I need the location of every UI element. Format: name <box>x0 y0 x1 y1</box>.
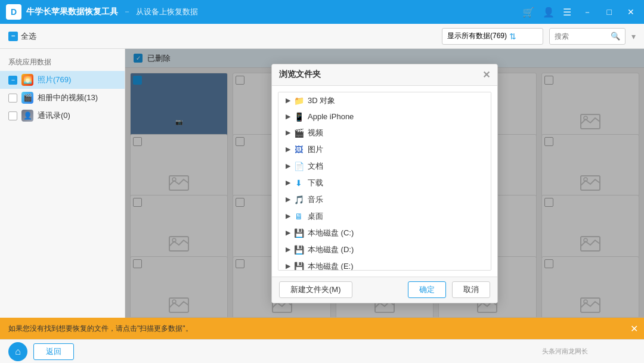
confirm-button[interactable]: 确定 <box>408 281 446 298</box>
home-button[interactable]: ⌂ <box>8 342 27 361</box>
tree-item-pictures[interactable]: ▶ 🖼 图片 <box>278 141 491 158</box>
tree-label-documents: 文档 <box>308 161 323 172</box>
watermark-text: 头条河南龙网长 <box>542 347 588 356</box>
sidebar-item-photos[interactable]: － 🌅 照片(769) <box>0 71 125 89</box>
tree-icon-3d: 📁 <box>293 96 305 106</box>
status-close-button[interactable]: ✕ <box>630 323 638 334</box>
select-all-icon: － <box>8 32 18 41</box>
tree-label-3d: 3D 对象 <box>308 95 335 106</box>
tree-item-downloads[interactable]: ▶ ⬇ 下载 <box>278 175 491 191</box>
dialog-title: 浏览文件夹 <box>279 69 321 80</box>
menu-icon[interactable]: ☰ <box>563 7 571 18</box>
user-icon[interactable]: 👤 <box>543 7 555 18</box>
tree-icon-desktop: 🖥 <box>293 212 305 221</box>
tree-label-music: 音乐 <box>308 194 323 205</box>
tree-label-video: 视频 <box>308 128 323 138</box>
tree-icon-pictures: 🖼 <box>293 145 305 154</box>
app-title: 牛学长苹果数据恢复工具 <box>26 7 118 17</box>
status-bar: 如果您没有找到想要恢复的文件，请点击"扫描更多数据"。 ✕ <box>0 318 644 339</box>
tree-arrow-documents: ▶ <box>283 162 293 170</box>
tree-icon-drive-d: 💾 <box>293 245 305 255</box>
home-icon: ⌂ <box>15 346 21 357</box>
tree-item-drive-c[interactable]: ▶ 💾 本地磁盘 (C:) <box>278 225 491 241</box>
dialog-overlay: 浏览文件夹 ✕ ▶ 📁 3D 对象 ▶ <box>125 49 644 318</box>
close-button[interactable]: ✕ <box>624 0 638 24</box>
tree-label-drive-c: 本地磁盘 (C:) <box>308 228 354 238</box>
main-layout: 系统应用数据 － 🌅 照片(769) 🎬 相册中的视频(13) 👤 通讯录(0)… <box>0 49 644 318</box>
sidebar: 系统应用数据 － 🌅 照片(769) 🎬 相册中的视频(13) 👤 通讯录(0) <box>0 49 125 318</box>
titlebar-icons: 🛒 👤 ☰ － □ ✕ <box>522 0 638 24</box>
expand-icon[interactable]: ▾ <box>631 32 636 41</box>
tree-item-video[interactable]: ▶ 🎬 视频 <box>278 125 491 141</box>
search-icon: 🔍 <box>611 32 620 41</box>
tree-label-apple-iphone: Apple iPhone <box>308 112 354 121</box>
cancel-button[interactable]: 取消 <box>452 281 490 298</box>
tree-label-drive-e: 本地磁盘 (E:) <box>308 261 354 271</box>
tree-label-pictures: 图片 <box>308 144 323 155</box>
tree-icon-documents: 📄 <box>293 162 305 171</box>
contacts-label: 通讯录(0) <box>38 110 70 121</box>
search-input[interactable] <box>555 32 608 41</box>
app-subtitle: 从设备上恢复数据 <box>136 7 198 17</box>
tree-item-apple-iphone[interactable]: ▶ 📱 Apple iPhone <box>278 109 491 125</box>
content-area: ✓ 已删除 📷 🗑 <box>125 49 644 318</box>
minimize-button[interactable]: － <box>580 0 595 24</box>
maximize-button[interactable]: □ <box>603 0 615 24</box>
tree-item-documents[interactable]: ▶ 📄 文档 <box>278 158 491 175</box>
contacts-checkbox[interactable] <box>8 111 17 120</box>
dropdown-arrow-icon: ⇅ <box>509 32 516 41</box>
contacts-icon: 👤 <box>21 110 33 122</box>
photos-label: 照片(769) <box>38 75 71 85</box>
tree-icon-drive-c: 💾 <box>293 228 305 238</box>
new-folder-button[interactable]: 新建文件夹(M) <box>279 281 352 298</box>
file-tree[interactable]: ▶ 📁 3D 对象 ▶ 📱 Apple iPhone ▶ 🎬 视频 <box>278 92 491 271</box>
browse-folder-dialog: 浏览文件夹 ✕ ▶ 📁 3D 对象 ▶ <box>271 64 498 303</box>
dialog-header: 浏览文件夹 ✕ <box>272 64 497 86</box>
tree-icon-drive-e: 💾 <box>293 262 305 271</box>
status-text: 如果您没有找到想要恢复的文件，请点击"扫描更多数据"。 <box>8 324 193 334</box>
app-logo: D <box>6 4 21 20</box>
videos-checkbox[interactable] <box>8 94 17 103</box>
dialog-close-button[interactable]: ✕ <box>482 69 490 80</box>
tree-arrow-video: ▶ <box>283 129 293 136</box>
dialog-body: ▶ 📁 3D 对象 ▶ 📱 Apple iPhone ▶ 🎬 视频 <box>272 86 497 277</box>
tree-arrow-pictures: ▶ <box>283 145 293 153</box>
toolbar: － 全选 显示所有数据(769) ⇅ 🔍 ▾ <box>0 24 644 49</box>
select-all-label: 全选 <box>21 31 36 42</box>
sidebar-item-videos[interactable]: 🎬 相册中的视频(13) <box>0 89 125 107</box>
cart-icon[interactable]: 🛒 <box>522 7 534 18</box>
data-filter-dropdown[interactable]: 显示所有数据(769) ⇅ <box>442 28 543 45</box>
videos-icon: 🎬 <box>21 92 33 104</box>
dialog-footer: 新建文件夹(M) 确定 取消 <box>272 277 497 303</box>
back-button[interactable]: 返回 <box>33 343 74 360</box>
tree-arrow-3d: ▶ <box>283 97 293 104</box>
tree-arrow-drive-c: ▶ <box>283 229 293 237</box>
tree-icon-video: 🎬 <box>293 128 305 138</box>
tree-item-drive-e[interactable]: ▶ 💾 本地磁盘 (E:) <box>278 258 491 271</box>
tree-arrow-drive-d: ▶ <box>283 246 293 253</box>
tree-label-drive-d: 本地磁盘 (D:) <box>308 244 354 255</box>
photos-icon: 🌅 <box>21 74 33 86</box>
sidebar-section-label: 系统应用数据 <box>0 55 125 71</box>
tree-item-drive-d[interactable]: ▶ 💾 本地磁盘 (D:) <box>278 241 491 258</box>
titlebar: D 牛学长苹果数据恢复工具 － 从设备上恢复数据 🛒 👤 ☰ － □ ✕ <box>0 0 644 24</box>
tree-arrow-drive-e: ▶ <box>283 262 293 270</box>
tree-item-music[interactable]: ▶ 🎵 音乐 <box>278 191 491 208</box>
tree-arrow-music: ▶ <box>283 196 293 203</box>
tree-icon-downloads: ⬇ <box>293 178 305 188</box>
tree-arrow-downloads: ▶ <box>283 179 293 187</box>
tree-icon-apple-iphone: 📱 <box>293 112 305 122</box>
dropdown-label: 显示所有数据(769) <box>447 31 507 41</box>
photos-checkbox[interactable]: － <box>8 76 17 85</box>
sidebar-item-contacts[interactable]: 👤 通讯录(0) <box>0 107 125 125</box>
title-separator: － <box>123 7 131 17</box>
tree-icon-music: 🎵 <box>293 195 305 204</box>
tree-item-desktop[interactable]: ▶ 🖥 桌面 <box>278 208 491 225</box>
select-all-button[interactable]: － 全选 <box>8 31 36 42</box>
tree-arrow-apple-iphone: ▶ <box>283 113 293 120</box>
tree-item-3d[interactable]: ▶ 📁 3D 对象 <box>278 92 491 109</box>
action-bar: ⌂ 返回 头条河南龙网长 <box>0 339 644 363</box>
search-box: 🔍 <box>549 28 626 45</box>
tree-label-desktop: 桌面 <box>308 211 323 222</box>
videos-label: 相册中的视频(13) <box>38 92 98 103</box>
